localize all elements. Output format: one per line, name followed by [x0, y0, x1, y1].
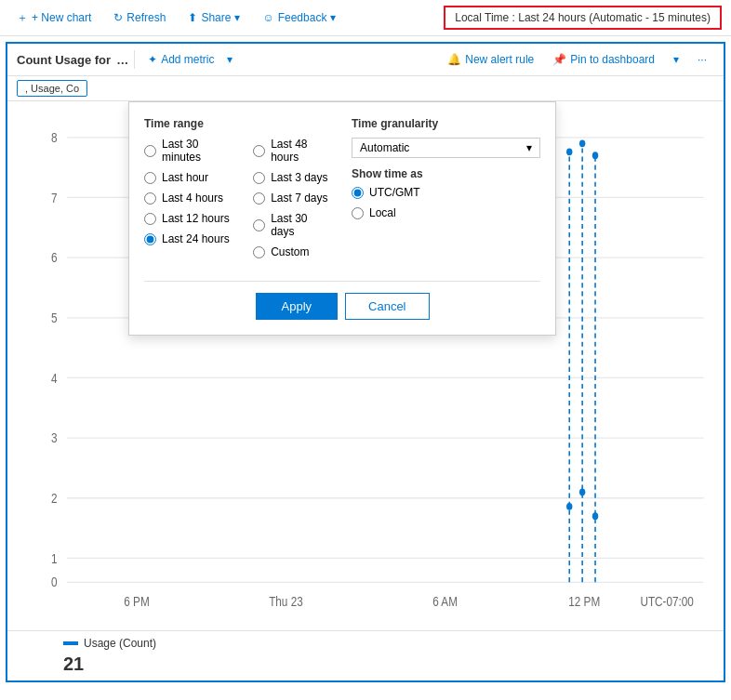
svg-text:8: 8 [51, 130, 58, 145]
dropdown-arrow-icon: ▾ [526, 141, 532, 154]
pin-icon: 📌 [552, 53, 566, 66]
granularity-value: Automatic [360, 141, 409, 154]
radio-local[interactable]: Local [352, 206, 540, 219]
svg-point-29 [566, 503, 572, 510]
show-time-label: Show time as [352, 167, 540, 180]
radio-3days[interactable]: Last 3 days [253, 171, 333, 184]
cancel-button[interactable]: Cancel [345, 293, 429, 320]
svg-text:6: 6 [51, 250, 58, 265]
chevron-down-icon-2: ▾ [330, 11, 336, 24]
radio-48hours[interactable]: Last 48 hours [253, 138, 333, 164]
time-display[interactable]: Local Time : Last 24 hours (Automatic - … [444, 6, 722, 30]
popup-footer: Apply Cancel [144, 281, 540, 320]
legend-area: Usage (Count) 21 [7, 630, 724, 680]
top-bar: ＋ + New chart ↻ Refresh ⬆ Share ▾ ☺ Feed… [0, 0, 731, 36]
legend-label: Usage (Count) [84, 637, 156, 650]
refresh-label: Refresh [126, 11, 166, 24]
refresh-button[interactable]: ↻ Refresh [106, 7, 173, 28]
svg-point-26 [566, 148, 572, 155]
svg-text:7: 7 [51, 191, 58, 205]
new-alert-button[interactable]: 🔔 New alert rule [440, 49, 541, 70]
feedback-label: Feedback [278, 11, 327, 24]
svg-text:0: 0 [51, 575, 58, 589]
svg-point-28 [592, 152, 598, 159]
legend-color-box [63, 641, 78, 645]
time-range-col: Time range Last 30 minutes Last hour Las… [144, 117, 333, 266]
time-range-header: Time range [144, 117, 333, 130]
options-left: Last 30 minutes Last hour Last 4 hours L… [144, 138, 234, 266]
svg-text:12 PM: 12 PM [568, 594, 600, 609]
time-popup: Time range Last 30 minutes Last hour Las… [128, 101, 556, 336]
legend-item: Usage (Count) 21 [63, 637, 156, 675]
share-icon: ⬆ [188, 11, 197, 24]
add-metric-button[interactable]: ✦ Add metric [140, 49, 221, 70]
svg-text:4: 4 [51, 371, 58, 386]
chart-area: Time range Last 30 minutes Last hour Las… [7, 101, 724, 630]
filter-tag[interactable]: , Usage, Co [17, 80, 87, 97]
share-label: Share [201, 11, 231, 24]
refresh-icon: ↻ [113, 11, 123, 24]
svg-text:5: 5 [51, 310, 58, 325]
feedback-icon: ☺ [262, 11, 273, 24]
plus-icon: ＋ [17, 10, 28, 26]
legend-count: 21 [63, 654, 156, 675]
granularity-col: Time granularity Automatic ▾ Show time a… [352, 117, 540, 266]
svg-point-31 [592, 512, 598, 520]
radio-24hours[interactable]: Last 24 hours [144, 232, 234, 245]
radio-1hour[interactable]: Last hour [144, 171, 234, 184]
new-chart-button[interactable]: ＋ + New chart [9, 7, 99, 30]
main-container: Count Usage for … ✦ Add metric ▾ 🔔 New a… [6, 42, 725, 682]
radio-30min[interactable]: Last 30 minutes [144, 138, 234, 164]
svg-text:6 PM: 6 PM [124, 594, 149, 609]
toolbar-right: 🔔 New alert rule 📌 Pin to dashboard ▾ ··… [440, 49, 714, 70]
add-metric-icon: ✦ [148, 53, 157, 66]
toolbar-separator-1 [134, 50, 135, 69]
options-right: Last 48 hours Last 3 days Last 7 days La… [253, 138, 333, 266]
svg-text:2: 2 [51, 491, 58, 506]
new-chart-label: + New chart [32, 11, 91, 24]
popup-columns: Time range Last 30 minutes Last hour Las… [144, 117, 540, 266]
radio-custom[interactable]: Custom [253, 245, 333, 258]
granularity-select[interactable]: Automatic ▾ [352, 138, 540, 158]
chart-title-suffix: … [116, 53, 128, 67]
filter-bar: , Usage, Co [7, 76, 724, 101]
pin-dashboard-button[interactable]: 📌 Pin to dashboard [545, 49, 662, 70]
radio-7days[interactable]: Last 7 days [253, 192, 333, 205]
svg-point-30 [579, 488, 585, 495]
feedback-button[interactable]: ☺ Feedback ▾ [255, 7, 343, 28]
chevron-down-icon-3[interactable]: ▾ [227, 53, 233, 66]
collapse-button[interactable]: ▾ [666, 49, 686, 70]
bell-icon: 🔔 [447, 53, 461, 66]
svg-text:Thu 23: Thu 23 [269, 594, 303, 609]
radio-12hours[interactable]: Last 12 hours [144, 212, 234, 225]
svg-text:6 AM: 6 AM [432, 594, 458, 609]
share-button[interactable]: ⬆ Share ▾ [180, 7, 247, 28]
apply-button[interactable]: Apply [256, 293, 339, 320]
radio-4hours[interactable]: Last 4 hours [144, 192, 234, 205]
svg-text:3: 3 [51, 430, 58, 445]
svg-point-27 [579, 139, 585, 147]
radio-30days[interactable]: Last 30 days [253, 212, 333, 238]
chevron-down-icon: ▾ [234, 11, 240, 24]
more-options-button[interactable]: ··· [690, 49, 714, 70]
svg-text:UTC-07:00: UTC-07:00 [640, 594, 694, 609]
radio-utc[interactable]: UTC/GMT [352, 186, 540, 199]
chart-toolbar: Count Usage for … ✦ Add metric ▾ 🔔 New a… [7, 44, 724, 76]
svg-text:1: 1 [51, 551, 58, 566]
granularity-header: Time granularity [352, 117, 540, 130]
chart-title: Count Usage for [17, 53, 111, 67]
